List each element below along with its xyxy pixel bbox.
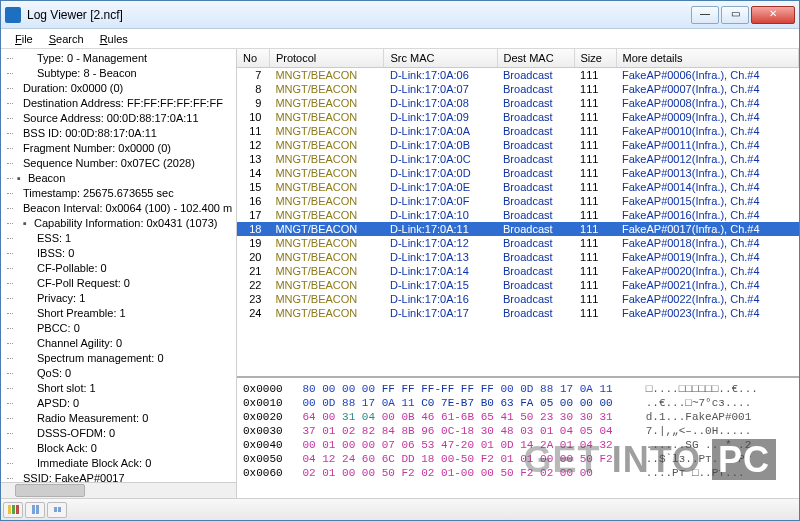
table-row[interactable]: 17MNGT/BEACOND-Link:17:0A:10Broadcast111… xyxy=(237,208,799,222)
tree-label: CF-Poll Request: 0 xyxy=(37,277,130,289)
column-header[interactable]: More details xyxy=(616,49,799,68)
tree-row[interactable]: Block Ack: 0 xyxy=(3,441,236,456)
hex-bytes: 02 01 00 00 50 F2 02 01-00 00 50 F2 02 0… xyxy=(302,467,592,479)
tree-toggle-icon[interactable]: ▪ xyxy=(17,171,26,186)
table-row[interactable]: 7MNGT/BEACOND-Link:17:0A:06Broadcast111F… xyxy=(237,68,799,83)
menu-file[interactable]: File xyxy=(7,31,41,47)
tree-row[interactable]: Privacy: 1 xyxy=(3,291,236,306)
cell-proto: MNGT/BEACON xyxy=(269,306,384,320)
tree-row[interactable]: Radio Measurement: 0 xyxy=(3,411,236,426)
tree-row[interactable]: PBCC: 0 xyxy=(3,321,236,336)
tree-row[interactable]: Beacon Interval: 0x0064 (100) - 102.400 … xyxy=(3,201,236,216)
tree-row[interactable]: Sequence Number: 0x07EC (2028) xyxy=(3,156,236,171)
hex-bytes: 37 01 02 82 84 8B 96 0C-18 30 48 03 01 0… xyxy=(302,425,612,437)
tree-row[interactable]: CF-Pollable: 0 xyxy=(3,261,236,276)
hex-row[interactable]: 0x0050 04 12 24 60 6C DD 18 00-50 F2 01 … xyxy=(243,452,793,466)
hex-row[interactable]: 0x0040 00 01 00 00 07 06 53 47-20 01 0D … xyxy=(243,438,793,452)
hex-row[interactable]: 0x0010 00 0D 88 17 0A 11 C0 7E-B7 B0 63 … xyxy=(243,396,793,410)
cell-det: FakeAP#0014(Infra.), Ch.#4 xyxy=(616,180,799,194)
table-row[interactable]: 8MNGT/BEACOND-Link:17:0A:07Broadcast111F… xyxy=(237,82,799,96)
table-row[interactable]: 24MNGT/BEACOND-Link:17:0A:17Broadcast111… xyxy=(237,306,799,320)
tree-row[interactable]: Duration: 0x0000 (0) xyxy=(3,81,236,96)
table-row[interactable]: 16MNGT/BEACOND-Link:17:0A:0FBroadcast111… xyxy=(237,194,799,208)
table-row[interactable]: 10MNGT/BEACOND-Link:17:0A:09Broadcast111… xyxy=(237,110,799,124)
hex-bytes: C0 7E-B7 B0 63 FA 05 00 00 00 xyxy=(421,397,612,409)
tree-row[interactable]: Subtype: 8 - Beacon xyxy=(3,66,236,81)
tree-row[interactable]: CF-Poll Request: 0 xyxy=(3,276,236,291)
tree-row[interactable]: SSID: FakeAP#0017 xyxy=(3,471,236,482)
tree-label: Fragment Number: 0x0000 (0) xyxy=(23,142,171,154)
hex-row[interactable]: 0x0060 02 01 00 00 50 F2 02 01-00 00 50 … xyxy=(243,466,793,480)
tree-row[interactable]: ▪Capability Information: 0x0431 (1073) xyxy=(3,216,236,231)
tree-label: SSID: FakeAP#0017 xyxy=(23,472,125,482)
view-mode-2-button[interactable] xyxy=(25,502,45,518)
column-header[interactable]: Protocol xyxy=(269,49,384,68)
minimize-button[interactable]: — xyxy=(691,6,719,24)
table-row[interactable]: 21MNGT/BEACOND-Link:17:0A:14Broadcast111… xyxy=(237,264,799,278)
tree-row[interactable]: APSD: 0 xyxy=(3,396,236,411)
detail-tree[interactable]: Type: 0 - ManagementSubtype: 8 - BeaconD… xyxy=(1,49,236,482)
tree-row[interactable]: Channel Agility: 0 xyxy=(3,336,236,351)
tree-row[interactable]: DSSS-OFDM: 0 xyxy=(3,426,236,441)
tree-label: DSSS-OFDM: 0 xyxy=(37,427,115,439)
hex-pane[interactable]: 0x0000 80 00 00 00 FF FF FF-FF FF FF 00 … xyxy=(237,378,799,498)
tree-label: Beacon Interval: 0x0064 (100) - 102.400 … xyxy=(23,202,232,214)
table-row[interactable]: 15MNGT/BEACOND-Link:17:0A:0EBroadcast111… xyxy=(237,180,799,194)
view-mode-1-button[interactable] xyxy=(3,502,23,518)
cell-det: FakeAP#0009(Infra.), Ch.#4 xyxy=(616,110,799,124)
tree-toggle-icon[interactable]: ▪ xyxy=(23,216,32,231)
maximize-button[interactable]: ▭ xyxy=(721,6,749,24)
packet-grid-pane[interactable]: NoProtocolSrc MACDest MACSizeMore detail… xyxy=(237,49,799,378)
column-header[interactable]: Size xyxy=(574,49,616,68)
cell-size: 111 xyxy=(574,236,616,250)
tree-row[interactable]: Immediate Block Ack: 0 xyxy=(3,456,236,471)
tree-row[interactable]: QoS: 0 xyxy=(3,366,236,381)
tree-row[interactable]: Short Preamble: 1 xyxy=(3,306,236,321)
cell-no: 10 xyxy=(237,110,269,124)
table-row[interactable]: 9MNGT/BEACOND-Link:17:0A:08Broadcast111F… xyxy=(237,96,799,110)
table-row[interactable]: 13MNGT/BEACOND-Link:17:0A:0CBroadcast111… xyxy=(237,152,799,166)
tree-row[interactable]: Source Address: 00:0D:88:17:0A:11 xyxy=(3,111,236,126)
packet-grid[interactable]: NoProtocolSrc MACDest MACSizeMore detail… xyxy=(237,49,799,320)
table-row[interactable]: 12MNGT/BEACOND-Link:17:0A:0BBroadcast111… xyxy=(237,138,799,152)
table-row[interactable]: 19MNGT/BEACOND-Link:17:0A:12Broadcast111… xyxy=(237,236,799,250)
hex-row[interactable]: 0x0000 80 00 00 00 FF FF FF-FF FF FF 00 … xyxy=(243,382,793,396)
cell-dst: Broadcast xyxy=(497,138,574,152)
cell-src: D-Link:17:0A:0E xyxy=(384,180,497,194)
tree-row[interactable]: ▪Beacon xyxy=(3,171,236,186)
table-row[interactable]: 11MNGT/BEACOND-Link:17:0A:0ABroadcast111… xyxy=(237,124,799,138)
tree-label: QoS: 0 xyxy=(37,367,71,379)
tree-row[interactable]: BSS ID: 00:0D:88:17:0A:11 xyxy=(3,126,236,141)
column-header[interactable]: No xyxy=(237,49,269,68)
tree-row[interactable]: ESS: 1 xyxy=(3,231,236,246)
cell-no: 12 xyxy=(237,138,269,152)
menu-search[interactable]: Search xyxy=(41,31,92,47)
tree-row[interactable]: Type: 0 - Management xyxy=(3,51,236,66)
tree-hscrollbar[interactable] xyxy=(1,482,236,498)
view-mode-3-button[interactable] xyxy=(47,502,67,518)
cell-dst: Broadcast xyxy=(497,82,574,96)
table-row[interactable]: 20MNGT/BEACOND-Link:17:0A:13Broadcast111… xyxy=(237,250,799,264)
tree-row[interactable]: Timestamp: 25675.673655 sec xyxy=(3,186,236,201)
hex-row[interactable]: 0x0020 64 00 31 04 00 0B 46 61-6B 65 41 … xyxy=(243,410,793,424)
cell-src: D-Link:17:0A:10 xyxy=(384,208,497,222)
table-row[interactable]: 22MNGT/BEACOND-Link:17:0A:15Broadcast111… xyxy=(237,278,799,292)
scrollbar-thumb[interactable] xyxy=(15,484,85,497)
tree-row[interactable]: Destination Address: FF:FF:FF:FF:FF:FF xyxy=(3,96,236,111)
column-header[interactable]: Dest MAC xyxy=(497,49,574,68)
cell-no: 18 xyxy=(237,222,269,236)
close-button[interactable]: ✕ xyxy=(751,6,795,24)
table-row[interactable]: 18MNGT/BEACOND-Link:17:0A:11Broadcast111… xyxy=(237,222,799,236)
tree-row[interactable]: IBSS: 0 xyxy=(3,246,236,261)
table-row[interactable]: 14MNGT/BEACOND-Link:17:0A:0DBroadcast111… xyxy=(237,166,799,180)
column-header[interactable]: Src MAC xyxy=(384,49,497,68)
hex-row[interactable]: 0x0030 37 01 02 82 84 8B 96 0C-18 30 48 … xyxy=(243,424,793,438)
table-row[interactable]: 23MNGT/BEACOND-Link:17:0A:16Broadcast111… xyxy=(237,292,799,306)
titlebar[interactable]: Log Viewer [2.ncf] — ▭ ✕ xyxy=(1,1,799,29)
cell-no: 15 xyxy=(237,180,269,194)
menu-rules[interactable]: Rules xyxy=(92,31,136,47)
tree-row[interactable]: Fragment Number: 0x0000 (0) xyxy=(3,141,236,156)
tree-row[interactable]: Spectrum management: 0 xyxy=(3,351,236,366)
tree-row[interactable]: Short slot: 1 xyxy=(3,381,236,396)
cell-size: 111 xyxy=(574,110,616,124)
